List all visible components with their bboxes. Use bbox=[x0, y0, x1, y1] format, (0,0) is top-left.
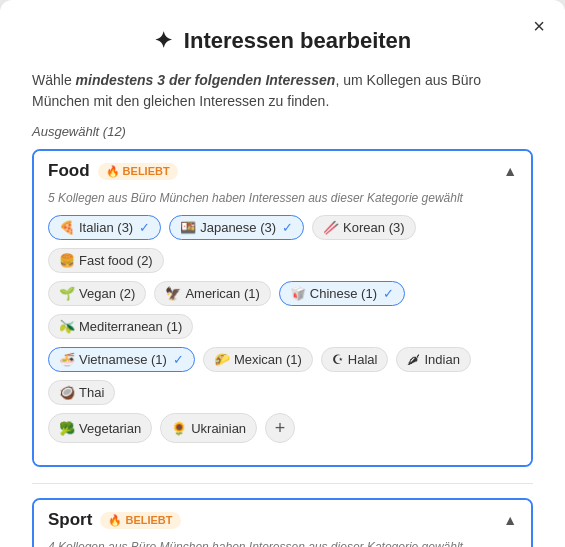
check-icon: ✓ bbox=[383, 286, 394, 301]
category-divider bbox=[32, 483, 533, 484]
tag-label: Thai bbox=[79, 385, 104, 400]
chevron-sport: ▲ bbox=[503, 512, 517, 528]
tag-emoji: 🍕 bbox=[59, 220, 75, 235]
tag-emoji: 🌶 bbox=[407, 352, 420, 367]
tag-emoji: 🌱 bbox=[59, 286, 75, 301]
category-body-sport: 4 Kollegen aus Büro München haben Intere… bbox=[34, 540, 531, 547]
tags-row-food-2: 🍜Vietnamese (1)✓🌮Mexican (1)☪Halal🌶India… bbox=[48, 347, 517, 405]
modal: × ✦ Interessen bearbeiten Wähle mindeste… bbox=[0, 0, 565, 547]
tag-label: Mexican (1) bbox=[234, 352, 302, 367]
tag-food-0-1[interactable]: 🍱Japanese (3)✓ bbox=[169, 215, 304, 240]
category-sport: Sport 🔥 BELIEBT ▲ 4 Kollegen aus Büro Mü… bbox=[32, 498, 533, 547]
tag-label: Vegan (2) bbox=[79, 286, 135, 301]
tag-label: Vegetarian bbox=[79, 421, 141, 436]
tag-food-2-2[interactable]: ☪Halal bbox=[321, 347, 389, 372]
tag-food-0-2[interactable]: 🥢Korean (3) bbox=[312, 215, 415, 240]
tag-label: Chinese (1) bbox=[310, 286, 377, 301]
add-tag-button-food[interactable]: + bbox=[265, 413, 295, 443]
category-header-left: Food 🔥 BELIEBT bbox=[48, 161, 178, 181]
tag-label: Indian bbox=[424, 352, 459, 367]
tag-emoji: 🌻 bbox=[171, 421, 187, 436]
beliebt-badge-sport: 🔥 BELIEBT bbox=[100, 512, 180, 529]
tag-emoji: 🍜 bbox=[59, 352, 75, 367]
modal-subtitle: Wähle mindestens 3 der folgenden Interes… bbox=[32, 70, 533, 112]
tag-food-1-0[interactable]: 🌱Vegan (2) bbox=[48, 281, 146, 306]
tag-emoji: ☪ bbox=[332, 352, 344, 367]
tag-label: Mediterranean (1) bbox=[79, 319, 182, 334]
tag-emoji: 🥥 bbox=[59, 385, 75, 400]
check-icon: ✓ bbox=[139, 220, 150, 235]
tag-food-1-2[interactable]: 🥡Chinese (1)✓ bbox=[279, 281, 405, 306]
category-food: Food 🔥 BELIEBT ▲ 5 Kollegen aus Büro Mün… bbox=[32, 149, 533, 467]
category-body-food: 5 Kollegen aus Büro München haben Intere… bbox=[34, 191, 531, 465]
tag-label: Halal bbox=[348, 352, 378, 367]
beliebt-badge-food: 🔥 BELIEBT bbox=[98, 163, 178, 180]
tag-emoji: 🍔 bbox=[59, 253, 75, 268]
tag-food-0-3[interactable]: 🍔Fast food (2) bbox=[48, 248, 164, 273]
category-title-food: Food bbox=[48, 161, 90, 181]
tag-label: Ukrainian bbox=[191, 421, 246, 436]
category-header-left: Sport 🔥 BELIEBT bbox=[48, 510, 181, 530]
tag-food-3-0[interactable]: 🥦Vegetarian bbox=[48, 413, 152, 443]
category-hint-food: 5 Kollegen aus Büro München haben Intere… bbox=[48, 191, 517, 205]
tag-label: Korean (3) bbox=[343, 220, 404, 235]
tag-food-1-3[interactable]: 🫒Mediterranean (1) bbox=[48, 314, 193, 339]
category-header-sport[interactable]: Sport 🔥 BELIEBT ▲ bbox=[34, 500, 531, 540]
category-hint-sport: 4 Kollegen aus Büro München haben Intere… bbox=[48, 540, 517, 547]
tag-emoji: 🥦 bbox=[59, 421, 75, 436]
puzzle-icon: ✦ bbox=[154, 28, 172, 53]
tag-emoji: 🌮 bbox=[214, 352, 230, 367]
tag-label: Italian (3) bbox=[79, 220, 133, 235]
check-icon: ✓ bbox=[173, 352, 184, 367]
category-title-sport: Sport bbox=[48, 510, 92, 530]
check-icon: ✓ bbox=[282, 220, 293, 235]
tag-emoji: 🦅 bbox=[165, 286, 181, 301]
tag-label: Vietnamese (1) bbox=[79, 352, 167, 367]
tag-emoji: 🥢 bbox=[323, 220, 339, 235]
tags-row-food-1: 🌱Vegan (2)🦅American (1)🥡Chinese (1)✓🫒Med… bbox=[48, 281, 517, 339]
tag-label: American (1) bbox=[185, 286, 259, 301]
tag-food-2-1[interactable]: 🌮Mexican (1) bbox=[203, 347, 313, 372]
selected-count: Ausgewählt (12) bbox=[32, 124, 533, 139]
chevron-food: ▲ bbox=[503, 163, 517, 179]
tag-food-1-1[interactable]: 🦅American (1) bbox=[154, 281, 270, 306]
tag-food-2-0[interactable]: 🍜Vietnamese (1)✓ bbox=[48, 347, 195, 372]
tag-label: Japanese (3) bbox=[200, 220, 276, 235]
tag-emoji: 🥡 bbox=[290, 286, 306, 301]
category-header-food[interactable]: Food 🔥 BELIEBT ▲ bbox=[34, 151, 531, 191]
tag-emoji: 🍱 bbox=[180, 220, 196, 235]
tag-food-0-0[interactable]: 🍕Italian (3)✓ bbox=[48, 215, 161, 240]
tag-food-2-3[interactable]: 🌶Indian bbox=[396, 347, 470, 372]
tags-row-food-3: 🥦Vegetarian🌻Ukrainian+ bbox=[48, 413, 517, 443]
tag-food-3-1[interactable]: 🌻Ukrainian bbox=[160, 413, 257, 443]
modal-title: ✦ Interessen bearbeiten bbox=[32, 28, 533, 54]
tags-row-food-0: 🍕Italian (3)✓🍱Japanese (3)✓🥢Korean (3)🍔F… bbox=[48, 215, 517, 273]
tag-food-2-4[interactable]: 🥥Thai bbox=[48, 380, 115, 405]
tag-label: Fast food (2) bbox=[79, 253, 153, 268]
tag-emoji: 🫒 bbox=[59, 319, 75, 334]
close-button[interactable]: × bbox=[533, 16, 545, 36]
